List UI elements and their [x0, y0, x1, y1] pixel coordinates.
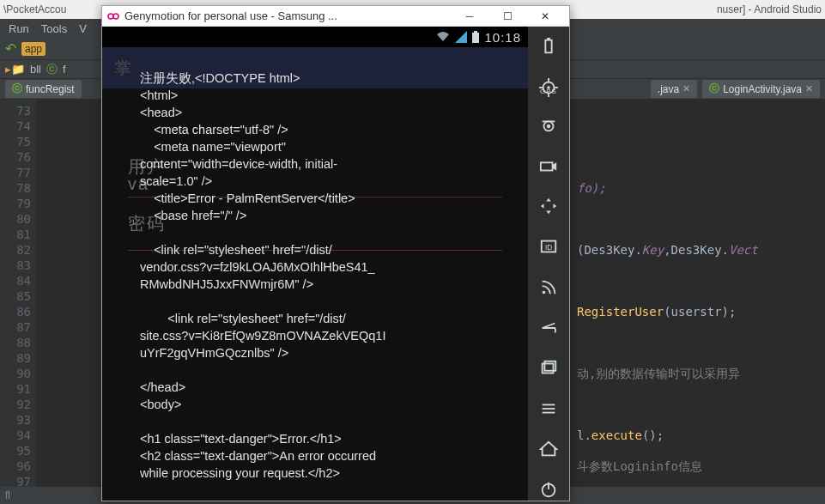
breadcrumb-f[interactable]: f [63, 63, 66, 76]
move-icon[interactable] [537, 196, 561, 217]
genymotion-side-rail: GPS ID [528, 27, 569, 501]
menu-icon[interactable] [537, 398, 561, 420]
menu-truncated[interactable]: V [79, 22, 87, 35]
signal-icon [455, 31, 467, 43]
cfile-icon: ⓒ [709, 82, 719, 96]
svg-rect-14 [543, 120, 555, 122]
svg-rect-3 [474, 31, 477, 33]
battery-icon [472, 31, 479, 43]
studio-title-left: \PocketAccou [3, 3, 66, 15]
status-text: fl [5, 489, 10, 501]
camera-icon[interactable] [537, 114, 561, 136]
undo-icon[interactable]: ↶ [5, 40, 16, 57]
menu-run[interactable]: Run [9, 22, 29, 35]
app-module-badge[interactable]: app [21, 42, 45, 56]
minimize-button[interactable]: ─ [451, 7, 488, 26]
genymotion-window[interactable]: Genymotion for personal use - Samsung ..… [101, 5, 570, 501]
power-icon[interactable] [537, 479, 561, 501]
gps-label: GPS [537, 88, 561, 95]
folder-icon: ▸📁 [5, 63, 25, 76]
close-icon[interactable]: ✕ [805, 83, 813, 94]
android-status-bar: 10:18 [102, 27, 528, 47]
tab-funcregist[interactable]: ⓒ funcRegist [5, 80, 82, 98]
rss-icon[interactable] [537, 276, 561, 298]
close-icon[interactable]: ✕ [682, 83, 690, 94]
studio-title-right: nuser] - Android Studio [717, 3, 822, 15]
genymotion-body: 10:18 掌 用户 va 密码 注册失败,<!DOCTYPE html> <h… [102, 27, 569, 501]
svg-text:ID: ID [545, 244, 552, 252]
id-icon[interactable]: ID [537, 236, 561, 258]
svg-rect-5 [547, 38, 550, 40]
home-icon[interactable] [537, 439, 561, 460]
svg-point-18 [543, 290, 546, 294]
menu-tools[interactable]: Tools [41, 22, 67, 35]
back-icon[interactable] [537, 317, 561, 338]
error-dialog-text: 注册失败,<!DOCTYPE html> <html> <head> <meta… [140, 70, 499, 501]
gutter: 73 74 75 76 77 78 79 80 81 82 83 84 85 8… [0, 100, 36, 504]
svg-point-13 [547, 124, 551, 128]
breadcrumb-bll[interactable]: bll [30, 63, 41, 76]
multitask-icon[interactable] [537, 357, 561, 379]
maximize-button[interactable]: ☐ [488, 7, 526, 26]
phone-screen[interactable]: 10:18 掌 用户 va 密码 注册失败,<!DOCTYPE html> <h… [102, 27, 528, 501]
wifi-icon [436, 31, 450, 43]
clock: 10:18 [484, 30, 521, 45]
genymotion-titlebar[interactable]: Genymotion for personal use - Samsung ..… [102, 6, 569, 27]
battery-icon[interactable] [537, 35, 561, 57]
tab-java-1[interactable]: .java ✕ [651, 80, 697, 98]
genymotion-logo-icon [107, 10, 119, 22]
genymotion-title: Genymotion for personal use - Samsung ..… [124, 9, 337, 22]
svg-rect-15 [541, 162, 553, 170]
svg-point-0 [108, 14, 113, 19]
svg-rect-2 [472, 33, 479, 43]
capture-icon[interactable] [537, 155, 561, 176]
cfile-icon: ⓒ [46, 62, 58, 77]
close-button[interactable]: ✕ [526, 7, 564, 26]
svg-rect-4 [545, 39, 551, 52]
tab-loginactivity[interactable]: ⓒ LoginActivity.java ✕ [702, 80, 820, 98]
cfile-icon: ⓒ [12, 82, 22, 96]
svg-point-1 [113, 14, 118, 19]
